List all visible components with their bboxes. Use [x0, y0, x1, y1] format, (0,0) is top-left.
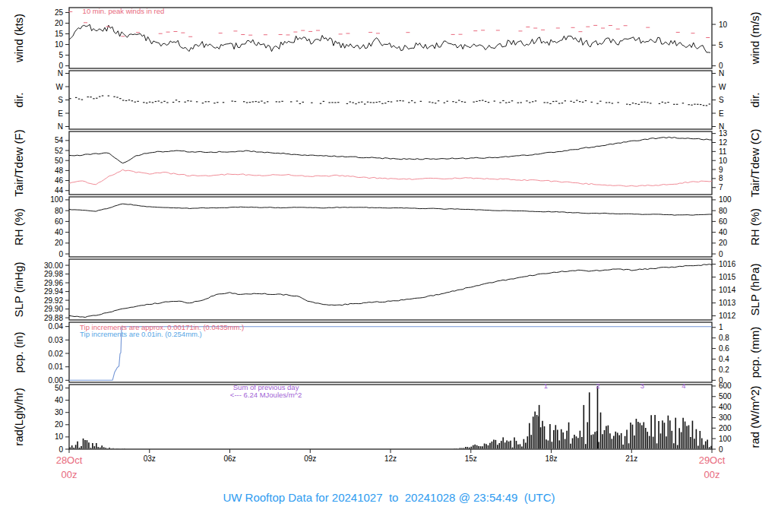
temperature-left-tick-label: 48: [55, 166, 64, 175]
time-tick-label: 12z: [384, 454, 397, 463]
pcp-left-tick-label: 0.03: [49, 336, 64, 344]
dir-left-tick-label: N: [58, 69, 63, 78]
wind-right-tick-label: 10: [719, 21, 728, 29]
radiation-right-axis-title: rad (W/m^2): [748, 385, 761, 448]
panel-frame-wind: [69, 8, 712, 68]
wind-left-tick-label: 10: [55, 40, 64, 49]
radiation-left-tick-label: 0: [59, 445, 63, 454]
rh-right-tick-label: 40: [719, 228, 728, 236]
radiation-right-tick-label: 0: [719, 445, 723, 454]
dir-left-tick-label: E: [58, 109, 63, 118]
pcp-right-axis-title: pcp. (mm): [748, 327, 761, 378]
dir-right-axis-title: dir.: [748, 92, 761, 107]
pcp-right-tick-label: 0.8: [719, 334, 729, 342]
panel-slp: 29.8829.9029.9229.9429.9629.9830.0010121…: [12, 259, 761, 322]
panel-wind: 05101520250510wind (kts)wind (m/s)10 min…: [12, 7, 761, 70]
radiation-right-tick-label: 300: [719, 413, 732, 422]
axis-start-date-label: 00z: [62, 469, 77, 480]
time-tick-label: 09z: [304, 454, 316, 463]
dir-right-tick-label: S: [719, 96, 724, 104]
pcp-right-tick-label: 0.6: [719, 344, 729, 353]
rh-left-tick-label: 60: [55, 217, 64, 226]
series-rh-percent: [69, 204, 712, 215]
time-tick-label: 03z: [144, 454, 156, 463]
slp-right-tick-label: 1015: [719, 273, 736, 281]
rh-left-axis-title: RH (%): [12, 208, 25, 245]
rh-right-axis-title: RH (%): [748, 208, 761, 245]
pcp-left-axis-title: pcp. (in): [12, 331, 25, 372]
radiation-left-tick-label: 10: [55, 432, 64, 441]
temperature-left-tick-label: 50: [55, 157, 64, 165]
mjoule-mark-1: 1: [544, 382, 548, 390]
series-wind-direction-deg: [69, 96, 710, 106]
slp-left-axis-title: SLP (inHg): [12, 261, 25, 317]
time-tick-label: 21z: [625, 454, 637, 463]
rh-left-tick-label: 20: [55, 239, 64, 247]
slp-right-axis-title: SLP (hPa): [748, 264, 761, 316]
temperature-right-tick-label: 13: [719, 129, 728, 138]
panel-pcp: 0.000.010.020.030.0400.20.40.60.81pcp. (…: [12, 322, 761, 385]
series-slp-inhg: [69, 264, 712, 318]
pcp-left-tick-label: 0.01: [49, 363, 64, 371]
radiation-right-tick-label: 200: [719, 424, 732, 432]
rh-left-tick-label: 80: [55, 207, 64, 215]
pcp-right-tick-label: 0.4: [719, 355, 729, 363]
radiation-right-tick-label: 400: [719, 403, 732, 411]
dir-right-tick-label: E: [719, 109, 724, 118]
sum-previous-day-value: <--- 6.24 MJoules/m^2: [230, 391, 302, 399]
tip-increment-note-blue: Tip increments are 0.01in. (0.254mm.): [80, 330, 202, 338]
radiation-left-tick-label: 50: [55, 384, 64, 392]
radiation-left-tick-label: 30: [55, 408, 64, 416]
panel-temperature: 44464850525478910111213Tair/Tdew (F)Tair…: [12, 128, 761, 197]
dir-left-tick-label: W: [56, 83, 64, 91]
time-tick-label: 18z: [545, 454, 557, 463]
sum-previous-day-label: Sum of previous day: [233, 383, 299, 391]
wind-left-tick-label: 5: [59, 51, 63, 59]
mjoule-mark-4: 4: [682, 382, 685, 390]
rh-left-tick-label: 100: [50, 195, 63, 204]
pcp-right-tick-label: 0.2: [719, 366, 729, 374]
pcp-right-tick-label: 1: [719, 323, 723, 331]
radiation-right-tick-label: 600: [719, 382, 732, 390]
slp-left-tick-label: 29.90: [44, 305, 63, 313]
slp-right-tick-label: 1014: [719, 286, 736, 294]
pcp-left-tick-label: 0.04: [49, 322, 64, 331]
rh-right-tick-label: 80: [719, 207, 728, 215]
peak-wind-note: 10 min. peak winds in red: [83, 7, 165, 15]
mjoule-mark-3: 3: [640, 382, 644, 390]
chart-title: UW Rooftop Data for 20241027 to 20241028…: [0, 491, 778, 504]
radiation-right-tick-label: 500: [719, 392, 732, 401]
pcp-left-tick-label: 0.02: [49, 350, 64, 358]
slp-right-tick-label: 1016: [719, 260, 736, 268]
panel-frame-dir: [69, 71, 712, 129]
time-tick-label: 15z: [465, 454, 477, 463]
panel-frame-rh: [69, 197, 712, 257]
series-tdew-f: [69, 169, 712, 186]
panel-rh: 020406080100020406080100RH (%)RH (%): [12, 195, 761, 258]
panel-frame-temperature: [69, 131, 712, 195]
wind-right-tick-label: 5: [719, 41, 723, 49]
dir-right-tick-label: W: [719, 83, 726, 91]
temperature-left-tick-label: 52: [55, 147, 64, 155]
slp-right-tick-label: 1013: [719, 299, 736, 307]
temperature-right-axis-title: Tair/Tdew (C): [748, 128, 761, 197]
slp-right-tick-label: 1012: [719, 312, 736, 320]
panel-dir: NESWNNESWNdir.dir.: [12, 69, 761, 131]
series-tair-f: [69, 137, 712, 163]
temperature-left-tick-label: 54: [55, 136, 64, 144]
temperature-right-tick-label: 11: [719, 147, 727, 156]
time-axis: 03z06z09z12z15z18z21z28Oct00z29Oct00z: [56, 449, 726, 480]
axis-start-date-label: 28Oct: [56, 454, 83, 466]
time-tick-label: 06z: [223, 454, 236, 463]
wind-right-axis-title: wind (m/s): [748, 11, 761, 65]
slp-left-tick-label: 30.00: [44, 261, 63, 270]
temperature-right-tick-label: 10: [719, 157, 728, 165]
wind-left-tick-label: 25: [55, 8, 64, 17]
temperature-right-tick-label: 7: [719, 183, 723, 192]
wind-left-tick-label: 20: [55, 19, 64, 27]
rh-right-tick-label: 100: [719, 195, 732, 204]
wind-left-tick-label: 15: [55, 30, 64, 38]
meteogram-page: 05101520250510wind (kts)wind (m/s)10 min…: [0, 0, 778, 532]
slp-left-tick-label: 29.88: [44, 314, 63, 322]
series-wind-peak-10min-kts: [68, 11, 710, 37]
